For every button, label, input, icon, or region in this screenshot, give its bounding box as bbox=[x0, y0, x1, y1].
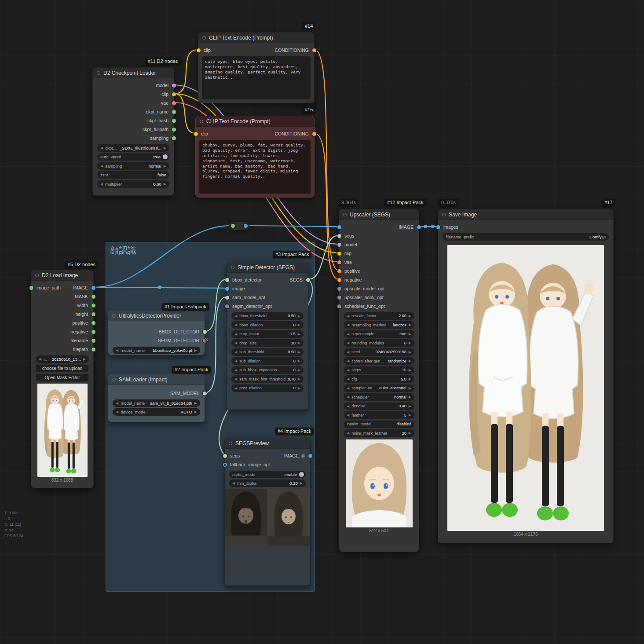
output-port-sampling[interactable] bbox=[172, 136, 176, 140]
collapse-dot-icon[interactable] bbox=[35, 274, 39, 277]
widget-inpaint-model[interactable]: inpaint_modeldisabled bbox=[344, 421, 414, 428]
widget-bbox-dilation[interactable]: ◀bbox_dilation0▶ bbox=[231, 321, 304, 329]
number-decrement-icon[interactable]: ◀ bbox=[347, 314, 349, 318]
toggle-knob-icon[interactable] bbox=[163, 154, 168, 159]
widget-feather[interactable]: ◀feather5▶ bbox=[344, 411, 414, 419]
reroute-input-port[interactable] bbox=[231, 224, 235, 228]
widget-device-mode[interactable]: ◀ device_mode AUTO ▶ bbox=[113, 408, 200, 416]
widget-post-dilation[interactable]: ◀post_dilation0▶ bbox=[231, 384, 304, 392]
output-port-model[interactable] bbox=[172, 84, 176, 88]
reroute-output-port[interactable] bbox=[244, 224, 248, 228]
input-port-model[interactable] bbox=[337, 243, 341, 247]
output-port-image[interactable] bbox=[308, 454, 312, 458]
number-decrement-icon[interactable]: ◀ bbox=[234, 323, 237, 327]
node-sam-loader[interactable]: SAMLoader (Impact) SAM_MODEL ◀ model_nam… bbox=[108, 374, 205, 422]
widget-sub-dilation[interactable]: ◀sub_dilation0▶ bbox=[231, 357, 304, 365]
input-port-fallback-image-opt[interactable] bbox=[223, 463, 227, 467]
number-increment-icon[interactable]: ▶ bbox=[298, 314, 300, 318]
widget-steps[interactable]: ◀steps15▶ bbox=[344, 366, 414, 374]
input-port-images[interactable] bbox=[436, 225, 440, 229]
number-decrement-icon[interactable]: ◀ bbox=[234, 350, 237, 354]
widget-filename-prefix[interactable]: filename_prefix ComfyUI bbox=[443, 233, 609, 241]
output-port-sam-model[interactable] bbox=[203, 392, 207, 395]
number-decrement-icon[interactable]: ◀ bbox=[347, 431, 349, 435]
combo-right-arrow-icon[interactable]: ▶ bbox=[164, 146, 166, 150]
widget-rounding-modulus[interactable]: ◀rounding_modulus8▶ bbox=[344, 339, 414, 347]
number-increment-icon[interactable]: ▶ bbox=[298, 323, 300, 327]
collapse-dot-icon[interactable] bbox=[97, 71, 100, 75]
input-port-upscaler-hook-opt[interactable] bbox=[337, 296, 341, 300]
number-increment-icon[interactable]: ▶ bbox=[409, 368, 411, 372]
number-decrement-icon[interactable]: ◀ bbox=[234, 314, 237, 318]
combo-left-arrow-icon[interactable]: ◀ bbox=[347, 386, 349, 390]
node-header[interactable]: Simple Detector (SEGS) bbox=[227, 262, 308, 273]
widget-model-name[interactable]: ◀ model_name bbox/face_yolov9c.pt ▶ bbox=[113, 347, 200, 354]
combo-left-arrow-icon[interactable]: ◀ bbox=[116, 348, 118, 352]
output-port-bbox-detector[interactable] bbox=[203, 330, 207, 334]
collapse-dot-icon[interactable] bbox=[229, 442, 232, 445]
prompt-textarea[interactable]: chubby, curvy, plump, fat, worst quality… bbox=[199, 140, 311, 194]
node-d2-load-image[interactable]: D2 Load Image image_path IMAGE MASK widt… bbox=[31, 270, 94, 488]
number-increment-icon[interactable]: ▶ bbox=[409, 377, 411, 381]
number-decrement-icon[interactable]: ◀ bbox=[347, 377, 349, 381]
input-port-bbox-detector[interactable] bbox=[225, 278, 229, 282]
number-increment-icon[interactable]: ▶ bbox=[409, 413, 411, 417]
widget-model-name[interactable]: ◀ model_name sam_vit_b_01ec64.pth ▶ bbox=[113, 399, 200, 407]
combo-right-arrow-icon[interactable]: ▶ bbox=[194, 401, 197, 405]
widget-scheduler[interactable]: ◀schedulernormal▶ bbox=[344, 393, 414, 401]
number-increment-icon[interactable]: ▶ bbox=[164, 182, 166, 186]
node-header[interactable]: UltralyticsDetectorProvider bbox=[108, 311, 205, 321]
input-port-image[interactable] bbox=[337, 225, 341, 229]
collapse-dot-icon[interactable] bbox=[442, 213, 446, 216]
output-port-negative[interactable] bbox=[91, 330, 95, 334]
widget-auto-vpred[interactable]: auto_vpred true bbox=[97, 153, 169, 161]
collapse-dot-icon[interactable] bbox=[200, 120, 203, 123]
widget-crop-factor[interactable]: ◀crop_factor1.5▶ bbox=[231, 330, 304, 338]
widget-cfg[interactable]: ◀cfg5.0▶ bbox=[344, 375, 414, 383]
widget-denoise[interactable]: ◀denoise0.40▶ bbox=[344, 402, 414, 410]
output-port-conditioning[interactable] bbox=[312, 132, 316, 136]
number-decrement-icon[interactable]: ◀ bbox=[234, 359, 237, 363]
widget-rescale-factor[interactable]: ◀rescale_factor2.00▶ bbox=[344, 312, 414, 320]
input-port-upscale-model-opt[interactable] bbox=[337, 287, 341, 291]
widget-multiplier[interactable]: ◀ multiplier 0.60 ▶ bbox=[97, 180, 169, 188]
combo-left-arrow-icon[interactable]: ◀ bbox=[347, 323, 349, 327]
choose-file-button[interactable]: choose file to upload bbox=[36, 364, 89, 372]
input-port-clip[interactable] bbox=[194, 132, 198, 136]
output-port-conditioning[interactable] bbox=[312, 48, 316, 52]
widget-noise-mask-feather[interactable]: ◀noise_mask_feather20▶ bbox=[344, 429, 414, 437]
widget-min-alpha[interactable]: ◀ min_alpha 0.20 ▶ bbox=[229, 479, 306, 487]
combo-right-arrow-icon[interactable]: ▶ bbox=[409, 359, 411, 363]
widget-bbox-threshold[interactable]: ◀bbox_threshold0.50▶ bbox=[231, 312, 304, 320]
collapse-dot-icon[interactable] bbox=[112, 314, 116, 318]
widget-resampling-method[interactable]: ◀resampling_methodlanczos▶ bbox=[344, 321, 414, 329]
output-port-ckpt-hash[interactable] bbox=[172, 119, 176, 123]
input-port-clip[interactable] bbox=[337, 252, 341, 256]
prompt-textarea[interactable]: cute eyes, blue eyes, petite, masterpiec… bbox=[202, 56, 311, 99]
node-header[interactable]: CLIP Text Encode (Prompt) bbox=[196, 116, 314, 127]
widget-alpha-mode[interactable]: alpha_mode enable bbox=[229, 471, 306, 478]
node-simple-detector-segs[interactable]: Simple Detector (SEGS) bbox_detector SEG… bbox=[227, 262, 308, 410]
node-header[interactable]: Save Image bbox=[438, 209, 613, 220]
combo-right-arrow-icon[interactable]: ▶ bbox=[409, 395, 411, 399]
combo-right-arrow-icon[interactable]: ▶ bbox=[409, 323, 411, 327]
node-d2-checkpoint-loader[interactable]: D2 Checkpoint Loader model clip vae ckpt… bbox=[92, 67, 174, 196]
output-port-image[interactable] bbox=[91, 286, 95, 290]
combo-left-arrow-icon[interactable]: ◀ bbox=[100, 164, 103, 168]
input-port-positive[interactable] bbox=[337, 269, 341, 273]
output-port-vae[interactable] bbox=[172, 101, 176, 105]
node-header[interactable]: D2 Checkpoint Loader bbox=[93, 68, 174, 78]
number-decrement-icon[interactable]: ◀ bbox=[100, 182, 103, 186]
node-upscaler-segs[interactable]: Upscaler (SEGS) IMAGE segs model clip va… bbox=[339, 209, 419, 552]
widget-sampler-name[interactable]: ◀sampler_nameeuler_ancestral▶ bbox=[344, 384, 414, 392]
number-decrement-icon[interactable]: ◀ bbox=[347, 413, 349, 417]
number-increment-icon[interactable]: ▶ bbox=[298, 359, 300, 363]
widget-control-after-generate[interactable]: ◀control after generaterandomize▶ bbox=[344, 357, 414, 365]
number-increment-icon[interactable]: ▶ bbox=[409, 431, 411, 435]
output-port-clip[interactable] bbox=[172, 92, 176, 96]
number-increment-icon[interactable]: ▶ bbox=[298, 332, 300, 336]
combo-right-arrow-icon[interactable]: ▶ bbox=[194, 410, 197, 414]
widget-seed[interactable]: ◀seed92460432599198▶ bbox=[344, 348, 414, 356]
widget-supersample[interactable]: ◀supersampletrue▶ bbox=[344, 330, 414, 338]
number-decrement-icon[interactable]: ◀ bbox=[234, 386, 237, 390]
